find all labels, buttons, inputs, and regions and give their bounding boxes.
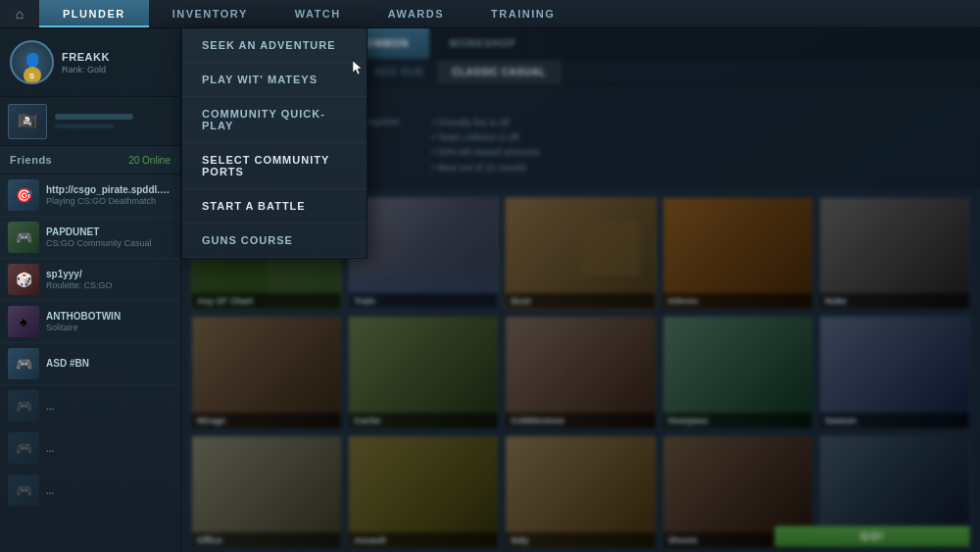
user-info: FREAKK Rank: Gold bbox=[62, 51, 171, 75]
dropdown-item-play-mateys[interactable]: PLAY WIT' MATEYS bbox=[182, 63, 367, 97]
rank-info bbox=[55, 114, 172, 128]
user-level: S bbox=[24, 67, 41, 84]
friends-online-count: 20 Online bbox=[128, 155, 171, 166]
dropdown-item-select-community-ports[interactable]: SELECT COMMUNITY PORTS bbox=[182, 143, 367, 189]
tab-training[interactable]: TRAINING bbox=[467, 0, 578, 27]
left-panel: 👤 S FREAKK Rank: Gold 🏴‍☠️ Friends 20 On… bbox=[0, 28, 181, 552]
home-button[interactable]: ⌂ bbox=[0, 0, 39, 27]
user-area: 👤 S FREAKK Rank: Gold bbox=[0, 28, 180, 97]
friend-item-6[interactable]: 🎮 ... bbox=[0, 385, 180, 427]
friend-item-8[interactable]: 🎮 ... bbox=[0, 470, 180, 512]
plunder-dropdown: SEEK AN ADVENTURE PLAY WIT' MATEYS COMMU… bbox=[181, 28, 368, 259]
friend-avatar-5: 🎮 bbox=[8, 348, 39, 379]
friend-details-4: ANTHOBOTWIN Solitaire bbox=[46, 311, 172, 332]
friend-item-3[interactable]: 🎲 sp1yyy/ Roulette: CS:GO bbox=[0, 259, 180, 301]
user-name: FREAKK bbox=[62, 51, 171, 63]
topnav: ⌂ PLUNDER INVENTORY WATCH AWARDS TRAININ… bbox=[0, 0, 980, 28]
friend-avatar-2: 🎮 bbox=[8, 222, 39, 253]
friend-details-1: http://csgo_pirate.spddl.de !! Playing C… bbox=[46, 184, 172, 206]
dropdown-item-community-quick-play[interactable]: COMMUNITY QUICK-PLAY bbox=[182, 97, 367, 143]
rank-badge: 🏴‍☠️ bbox=[8, 104, 47, 139]
tab-awards[interactable]: AWARDS bbox=[365, 0, 467, 27]
friend-avatar-3: 🎲 bbox=[8, 264, 39, 295]
tab-inventory[interactable]: INVENTORY bbox=[149, 0, 271, 27]
friend-avatar-4: ♠ bbox=[8, 306, 39, 337]
friend-item-4[interactable]: ♠ ANTHOBOTWIN Solitaire bbox=[0, 301, 180, 343]
friend-item-5[interactable]: 🎮 ASD #BN bbox=[0, 343, 180, 385]
friend-details-3: sp1yyy/ Roulette: CS:GO bbox=[46, 269, 172, 290]
avatar: 👤 S bbox=[10, 40, 54, 84]
dropdown-item-start-battle[interactable]: START A BATTLE bbox=[182, 189, 367, 224]
dropdown-item-guns-course[interactable]: GUNS COURSE bbox=[182, 224, 367, 258]
friend-item-1[interactable]: 🎯 http://csgo_pirate.spddl.de !! Playing… bbox=[0, 175, 180, 217]
friend-avatar-1: 🎯 bbox=[8, 179, 39, 211]
tab-watch[interactable]: WATCH bbox=[271, 0, 365, 27]
user-rank: Rank: Gold bbox=[62, 65, 171, 75]
dropdown-item-seek-adventure[interactable]: SEEK AN ADVENTURE bbox=[182, 28, 367, 63]
friends-title: Friends bbox=[10, 154, 52, 166]
friend-item-7[interactable]: 🎮 ... bbox=[0, 427, 180, 470]
friend-details-2: PAPDUNET CS:GO Community Casual bbox=[46, 226, 172, 248]
friend-item-2[interactable]: 🎮 PAPDUNET CS:GO Community Casual bbox=[0, 217, 180, 259]
tab-plunder[interactable]: PLUNDER bbox=[39, 0, 149, 27]
friend-details-5: ASD #BN bbox=[46, 358, 172, 370]
friends-header: Friends 20 Online bbox=[0, 146, 180, 175]
